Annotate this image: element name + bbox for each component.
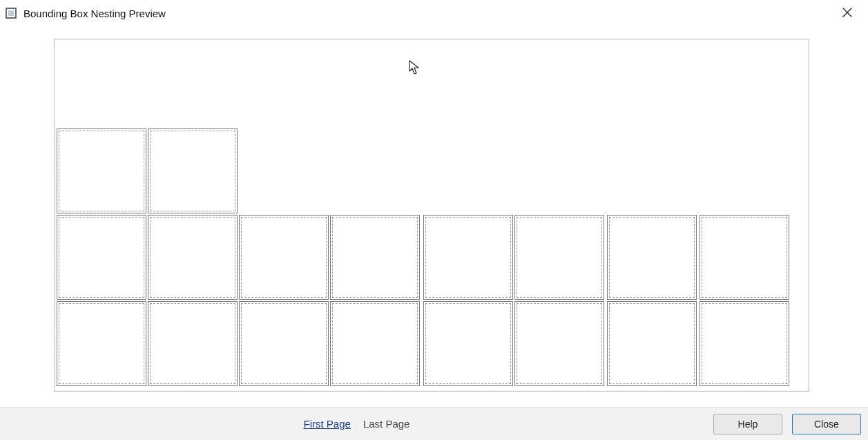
close-button[interactable]: Close: [792, 414, 861, 434]
nesting-sheet: [54, 39, 809, 392]
footer-buttons: Help Close: [713, 414, 861, 434]
close-icon: [842, 6, 852, 21]
nested-box: [148, 128, 238, 213]
nested-box: [239, 301, 329, 386]
nested-box: [239, 215, 329, 300]
nested-box: [700, 301, 789, 386]
window-title: Bounding Box Nesting Preview: [23, 8, 166, 19]
help-button[interactable]: Help: [713, 414, 782, 434]
app-icon: [6, 8, 17, 19]
footer: First Page Last Page Help Close: [0, 407, 868, 440]
cursor-icon: [409, 60, 421, 77]
nested-box: [607, 301, 697, 386]
nested-box: [700, 215, 789, 300]
nested-box: [57, 215, 146, 300]
nested-box: [148, 301, 238, 386]
window-close-button[interactable]: [832, 3, 862, 23]
nested-box: [423, 215, 513, 300]
nested-box: [423, 301, 513, 386]
nested-box: [148, 215, 238, 300]
nested-box: [514, 215, 604, 300]
nested-box: [330, 215, 420, 300]
nested-box: [607, 215, 697, 300]
titlebar: Bounding Box Nesting Preview: [0, 0, 868, 26]
nested-box: [330, 301, 420, 386]
nested-box: [57, 128, 146, 213]
preview-area: [0, 26, 868, 407]
nested-box: [57, 301, 146, 386]
first-page-link[interactable]: First Page: [304, 418, 351, 430]
last-page-link[interactable]: Last Page: [363, 418, 410, 430]
page-nav: First Page Last Page: [0, 418, 713, 430]
nested-box: [514, 301, 604, 386]
